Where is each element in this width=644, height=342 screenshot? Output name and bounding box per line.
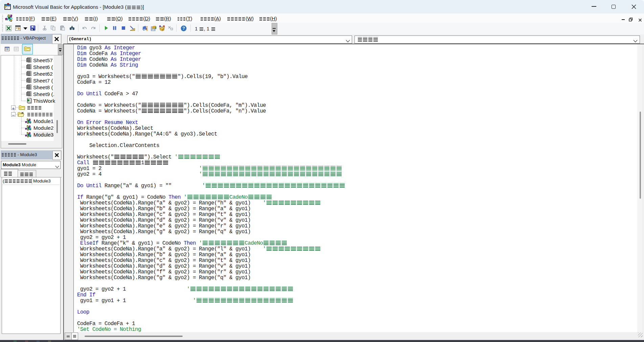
svg-text:?: ? — [182, 26, 185, 31]
